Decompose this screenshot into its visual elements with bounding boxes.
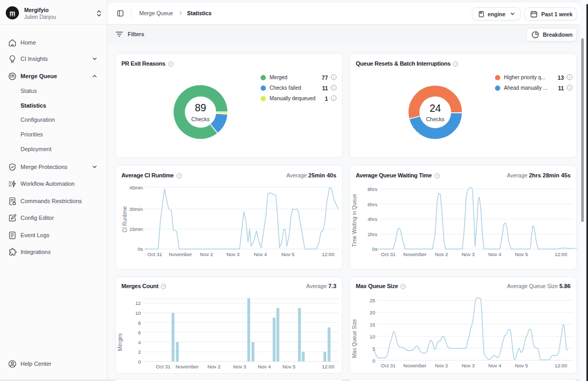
svg-text:12: 12	[135, 300, 141, 306]
svg-text:12:00: 12:00	[554, 363, 567, 368]
svg-text:0s: 0s	[138, 246, 143, 252]
svg-text:15: 15	[369, 322, 375, 327]
svg-text:Time Waiting in Queue: Time Waiting in Queue	[352, 194, 357, 247]
svg-text:CI Runtime: CI Runtime	[122, 206, 128, 232]
svg-text:Nov 5: Nov 5	[282, 364, 295, 369]
svg-text:Nov 2: Nov 2	[435, 363, 448, 368]
svg-text:Nov 4: Nov 4	[254, 251, 267, 257]
svg-text:Max Queue Size: Max Queue Size	[352, 319, 357, 358]
svg-text:Nov 5: Nov 5	[515, 363, 528, 368]
svg-text:Nov 2: Nov 2	[435, 251, 448, 257]
svg-text:Nov 5: Nov 5	[281, 251, 294, 257]
svg-text:25: 25	[369, 298, 375, 303]
svg-text:Merges: Merges	[117, 333, 123, 351]
svg-text:6: 6	[138, 330, 141, 335]
svg-text:Oct 31: Oct 31	[381, 363, 396, 368]
svg-text:2hrs: 2hrs	[368, 231, 378, 237]
svg-text:4: 4	[138, 340, 141, 345]
svg-text:November: November	[176, 364, 199, 369]
svg-text:89: 89	[195, 102, 207, 113]
svg-text:6hrs: 6hrs	[368, 202, 378, 207]
svg-text:Checks: Checks	[426, 116, 445, 122]
svg-text:8hrs: 8hrs	[368, 186, 378, 192]
svg-text:Oct 31: Oct 31	[156, 364, 171, 369]
svg-text:Nov 4: Nov 4	[257, 364, 271, 369]
svg-text:Nov 5: Nov 5	[515, 251, 528, 257]
svg-text:Nov 4: Nov 4	[488, 251, 501, 257]
svg-text:Nov 2: Nov 2	[200, 251, 213, 257]
svg-text:Nov 3: Nov 3	[233, 364, 246, 369]
svg-text:12:00: 12:00	[322, 364, 334, 369]
svg-text:November: November	[404, 251, 427, 257]
svg-text:Nov 3: Nov 3	[461, 251, 474, 257]
svg-text:0: 0	[138, 359, 141, 365]
svg-text:0: 0	[373, 358, 375, 364]
svg-text:Nov 4: Nov 4	[488, 363, 501, 368]
svg-text:Oct 31: Oct 31	[148, 251, 162, 257]
svg-text:November: November	[169, 251, 192, 257]
svg-text:10: 10	[135, 310, 141, 316]
svg-text:10: 10	[369, 334, 375, 340]
svg-text:Nov 2: Nov 2	[208, 364, 221, 369]
svg-text:45min: 45min	[129, 185, 143, 190]
svg-text:8: 8	[138, 320, 141, 326]
svg-text:24: 24	[429, 102, 441, 114]
svg-text:20: 20	[369, 310, 375, 315]
svg-text:Nov 3: Nov 3	[226, 251, 240, 257]
svg-text:Nov 3: Nov 3	[461, 363, 474, 368]
svg-text:Checks: Checks	[191, 116, 210, 122]
svg-text:30min: 30min	[129, 206, 143, 212]
svg-text:12:00: 12:00	[322, 251, 334, 257]
svg-text:15min: 15min	[129, 226, 143, 232]
svg-text:Oct 31: Oct 31	[381, 251, 396, 257]
svg-text:2: 2	[138, 349, 141, 355]
svg-text:4hrs: 4hrs	[368, 216, 378, 222]
svg-text:12:00: 12:00	[554, 251, 567, 257]
svg-text:November: November	[404, 363, 427, 368]
